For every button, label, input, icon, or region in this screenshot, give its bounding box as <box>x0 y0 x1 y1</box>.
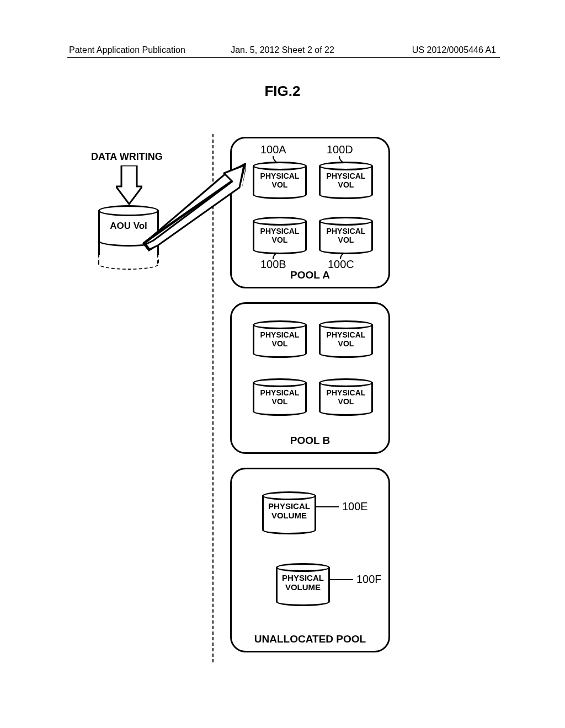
data-writing-label: DATA WRITING <box>91 151 163 163</box>
callout-100c: 100C <box>328 258 354 271</box>
pool-b-label: POOL B <box>232 435 388 447</box>
callout-100a: 100A <box>260 143 286 156</box>
pool-a-label: POOL A <box>232 269 388 281</box>
header-right: US 2012/0005446 A1 <box>412 45 496 55</box>
pool-b: PHYSICALVOL PHYSICALVOL PHYSICALVOL PHYS… <box>230 302 390 454</box>
callout-100b: 100B <box>260 258 286 271</box>
header-left: Patent Application Publication <box>69 45 185 55</box>
header-rule <box>67 57 500 58</box>
callout-100d: 100D <box>327 143 353 156</box>
callout-100f: 100F <box>356 573 382 586</box>
header-center: Jan. 5, 2012 Sheet 2 of 22 <box>231 45 334 55</box>
down-arrow-icon <box>116 165 142 207</box>
page-header: Patent Application Publication Jan. 5, 2… <box>0 45 565 55</box>
unallocated-pool-label: UNALLOCATED POOL <box>232 633 388 645</box>
callout-100e: 100E <box>342 500 368 513</box>
unallocated-pool: PHYSICALVOLUME PHYSICALVOLUME UNALLOCATE… <box>230 468 390 652</box>
figure-title: FIG.2 <box>264 83 300 100</box>
pool-a: PHYSICALVOL PHYSICALVOL PHYSICALVOL PHYS… <box>230 137 390 288</box>
allocation-arrow-icon <box>141 163 246 254</box>
